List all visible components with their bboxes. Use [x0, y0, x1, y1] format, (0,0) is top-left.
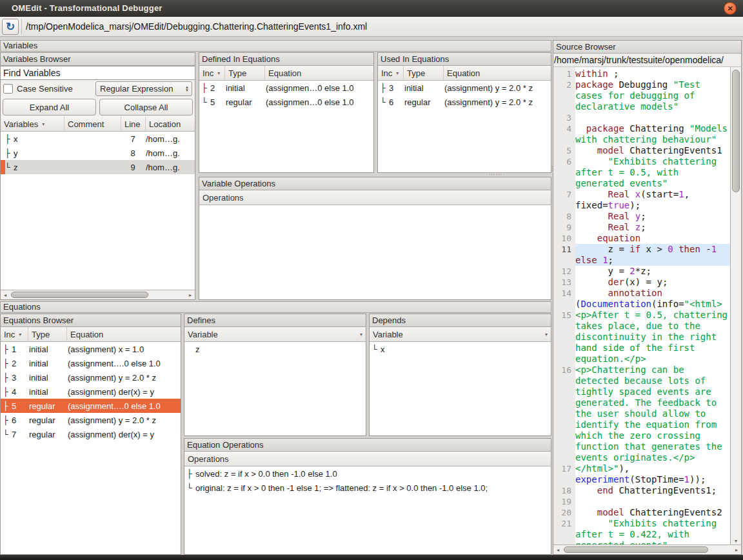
equation-index: 3: [389, 83, 404, 93]
column-header-variable[interactable]: Variable▾: [184, 327, 366, 341]
column-header-inc[interactable]: Inc▾: [1, 327, 28, 341]
expand-all-button[interactable]: Expand All: [3, 99, 96, 115]
code-line: 21 "Exhibits chattering after t = 0.422,…: [553, 518, 730, 545]
line-number: 14: [553, 288, 575, 310]
equation-row[interactable]: ├ 5 regular (assignment….0 else 1.0: [1, 399, 181, 413]
scrollbar-thumb[interactable]: [11, 292, 148, 298]
variable-row[interactable]: └ z 9 /hom…g.: [1, 160, 195, 174]
code-text: y = 2*z;: [575, 266, 730, 277]
close-button[interactable]: ✕: [724, 2, 737, 15]
line-number: 2: [553, 79, 575, 112]
code-line: 3: [553, 112, 730, 123]
equation-row[interactable]: ├ 2 initial (assignmen…0 else 1.0: [199, 81, 373, 95]
column-header-type[interactable]: Type: [225, 66, 265, 80]
tree-branch-icon: ├: [3, 373, 12, 383]
equation-row[interactable]: └ 5 regular (assignmen…0 else 1.0: [199, 95, 373, 109]
source-code-view[interactable]: 1 within ; 2 package Debugging "Test cas…: [553, 67, 730, 545]
column-header-type[interactable]: Type: [404, 66, 444, 80]
empty-area: [199, 109, 373, 172]
scroll-right-icon[interactable]: ▸: [732, 545, 741, 554]
variable-row[interactable]: ├ x 7 /hom…g.: [1, 132, 195, 146]
column-header-line[interactable]: Line: [121, 117, 146, 131]
equation-row[interactable]: ├ 2 initial (assignment….0 else 1.0: [1, 356, 181, 370]
spinner-down-icon[interactable]: ▼: [185, 89, 189, 92]
column-header-operations[interactable]: Operations: [199, 190, 551, 205]
variable-row[interactable]: └ x: [370, 342, 551, 356]
line-number: 11: [553, 244, 575, 266]
equation-index: 2: [210, 83, 226, 93]
equation-type: regular: [226, 97, 266, 107]
operation-row[interactable]: └ original: z = if x > 0 then -1 else 1;…: [184, 481, 551, 495]
splitter-grip[interactable]: ⋯⋯: [489, 173, 508, 176]
equation-row[interactable]: ├ 3 initial (assignment) y = 2.0 * z: [378, 81, 551, 95]
equation-index: 5: [12, 401, 29, 411]
scrollbar-track[interactable]: [10, 290, 186, 299]
column-header-operations[interactable]: Operations: [184, 452, 551, 466]
info-xml-path: /tmp/OpenModelica_marsj/OMEdit/Debugging…: [26, 21, 367, 32]
tree-branch-icon: ├: [3, 359, 12, 368]
column-header-equation[interactable]: Equation: [67, 327, 181, 341]
equation-text: (assignment) der(x) = y: [68, 387, 181, 397]
line-number: 8: [553, 211, 575, 222]
scrollbar-thumb[interactable]: [732, 70, 740, 192]
variable-row[interactable]: z: [184, 342, 366, 356]
source-horizontal-scrollbar[interactable]: ◂ ▸: [553, 545, 741, 554]
code-text: [575, 496, 730, 507]
search-mode-select[interactable]: Regular Expression ▲▼: [95, 81, 192, 96]
line-number: 5: [553, 145, 575, 156]
equation-text: (assignment) der(x) = y: [68, 430, 181, 439]
equation-operations-header: Operations: [184, 452, 551, 466]
code-line: 1 within ;: [553, 68, 730, 79]
scrollbar-track[interactable]: [562, 545, 732, 554]
code-text: model ChatteringEvents2: [575, 507, 730, 518]
variables-table-header: Variables▾ Comment Line Location: [1, 117, 195, 132]
collapse-all-button[interactable]: Collapse All: [99, 99, 193, 115]
equation-row[interactable]: └ 6 regular (assignment) y = 2.0 * z: [378, 95, 551, 109]
code-text: equation: [575, 233, 730, 244]
column-header-variable[interactable]: Variable▾: [370, 327, 551, 341]
code-line: 4 package Chattering "Models with chatte…: [553, 123, 730, 145]
title-bar[interactable]: OMEdit - Transformational Debugger ✕: [0, 0, 743, 17]
column-header-equation[interactable]: Equation: [265, 66, 373, 80]
find-variables-input[interactable]: [1, 66, 195, 80]
column-header-inc[interactable]: Inc▾: [378, 66, 404, 80]
column-header-location[interactable]: Location: [146, 117, 195, 131]
scroll-left-icon[interactable]: ◂: [1, 290, 10, 299]
equation-row[interactable]: ├ 4 initial (assignment) der(x) = y: [1, 385, 181, 399]
code-text: [575, 112, 730, 123]
line-number: 1: [553, 68, 575, 79]
case-sensitive-checkbox[interactable]: [3, 84, 13, 94]
variable-location: /hom…g.: [146, 163, 195, 172]
equation-type: initial: [29, 387, 68, 397]
variables-browser-panel: Variables Browser Case Sensitive Regular…: [0, 52, 195, 300]
code-text: end ChatteringEvents1;: [575, 485, 730, 496]
close-icon: ✕: [727, 5, 733, 13]
column-header-comment[interactable]: Comment: [64, 117, 121, 131]
variables-horizontal-scrollbar[interactable]: ◂ ▸: [1, 290, 195, 299]
source-vertical-scrollbar[interactable]: ▾: [730, 67, 741, 545]
scrollbar-thumb[interactable]: [564, 546, 708, 553]
column-header-inc[interactable]: Inc▾: [199, 66, 225, 80]
variable-line: 8: [121, 148, 146, 158]
reload-button[interactable]: ↻: [2, 19, 19, 35]
equation-row[interactable]: ├ 1 initial (assignment) x = 1.0: [1, 342, 181, 356]
code-text: Real z;: [575, 222, 730, 233]
column-header-type[interactable]: Type: [28, 327, 67, 341]
equation-row[interactable]: ├ 6 regular (assignment) y = 2.0 * z: [1, 413, 181, 427]
equation-row[interactable]: ├ 3 initial (assignment) y = 2.0 * z: [1, 370, 181, 385]
scroll-left-icon[interactable]: ◂: [553, 545, 562, 554]
code-line: 18 end ChatteringEvents1;: [553, 485, 730, 496]
scroll-right-icon[interactable]: ▸: [186, 290, 195, 299]
tree-buttons-row: Expand All Collapse All: [1, 97, 195, 117]
equation-row[interactable]: └ 7 regular (assignment) der(x) = y: [1, 427, 181, 441]
column-header-variables[interactable]: Variables▾: [1, 117, 64, 131]
code-text: within ;: [575, 68, 730, 79]
tree-branch-icon: ├: [5, 134, 14, 144]
scroll-down-icon[interactable]: ▾: [731, 538, 741, 544]
empty-area: [378, 109, 551, 172]
operation-row[interactable]: ├ solved: z = if x > 0.0 then -1.0 else …: [184, 466, 551, 481]
variables-browser-title: Variables Browser: [1, 53, 195, 66]
variable-row[interactable]: ├ y 8 /hom…g.: [1, 146, 195, 160]
column-header-equation[interactable]: Equation: [444, 66, 551, 80]
tree-branch-icon: ├: [381, 83, 389, 93]
